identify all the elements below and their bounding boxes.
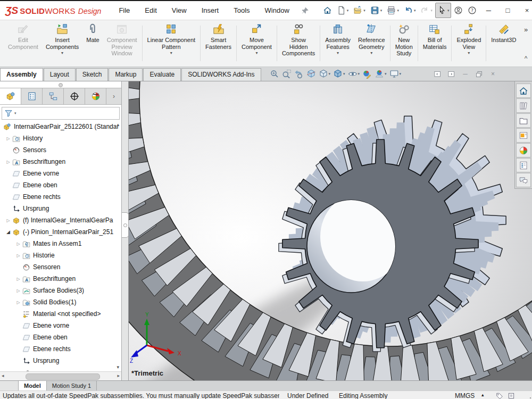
model-3d-view[interactable]: Y X Z *Trimetric xyxy=(129,81,532,380)
dropdown-caret[interactable]: ▾ xyxy=(363,9,365,13)
tree-item[interactable]: ▷Surface Bodies(3) xyxy=(0,285,121,296)
print-button[interactable]: ▾ xyxy=(385,3,401,18)
menu-tools[interactable]: Tools xyxy=(233,5,250,16)
tab-markup[interactable]: Markup xyxy=(109,68,143,81)
tab-layout[interactable]: Layout xyxy=(44,68,76,81)
new-document-button[interactable]: ▾ xyxy=(335,3,351,18)
edit-component-button[interactable]: EditComponent xyxy=(4,20,42,66)
user-account-button[interactable] xyxy=(452,3,465,18)
graphics-viewport[interactable]: Y X Z *Trimetric xyxy=(129,81,532,380)
insert-components-button[interactable]: InsertComponents▾ xyxy=(42,20,82,66)
move-component-button[interactable]: MoveComponent▾ xyxy=(238,20,276,66)
home-button[interactable] xyxy=(321,3,334,18)
mate-button[interactable]: Mate xyxy=(82,20,103,66)
dropdown-caret[interactable]: ▾ xyxy=(414,9,416,13)
close-button[interactable]: × xyxy=(517,3,532,18)
status-note-button[interactable] xyxy=(508,392,515,399)
gear-assembly-render[interactable]: Y X Z *Trimetric xyxy=(129,81,532,380)
restore-doc-button[interactable] xyxy=(474,70,484,79)
tp-custom-properties-button[interactable] xyxy=(516,158,531,172)
tree-item[interactable]: ▷History xyxy=(0,132,121,144)
dropdown-caret[interactable]: ▾ xyxy=(358,72,360,76)
tree-expander[interactable]: ▷ xyxy=(14,288,22,293)
edit-appearance-button[interactable] xyxy=(361,69,373,79)
tp-file-explorer-button[interactable] xyxy=(516,113,531,128)
instant3d-button[interactable]: Instant3D xyxy=(487,20,520,66)
menu-edit[interactable]: Edit xyxy=(144,5,157,16)
apply-scene-button[interactable]: ▾ xyxy=(373,69,388,79)
tab-solidworks-add-ins[interactable]: SOLIDWORKS Add-Ins xyxy=(181,68,261,81)
menu-view[interactable]: View xyxy=(171,5,187,16)
units-selector[interactable]: MMGS xyxy=(455,392,475,399)
previous-view-button[interactable] xyxy=(293,69,305,79)
dropdown-caret[interactable]: ▾ xyxy=(343,72,345,76)
minimize-doc-button[interactable]: ─ xyxy=(460,70,470,79)
tree-item[interactable]: ▷Mates in Assem1 xyxy=(0,238,121,250)
status-tag-button[interactable] xyxy=(496,392,503,399)
new-motion-study-button[interactable]: NewMotionStudy xyxy=(392,20,417,66)
dropdown-caret[interactable]: ▾ xyxy=(400,72,402,76)
ribbon-collapse-button[interactable]: ^ xyxy=(525,55,528,62)
dropdown-caret[interactable]: ▾ xyxy=(329,72,331,76)
show-hidden-components-button[interactable]: ShowHiddenComponents xyxy=(278,20,319,66)
tree-item[interactable]: ▷Solid Bodies(1) xyxy=(0,296,121,308)
menu-window[interactable]: Window xyxy=(264,5,290,16)
tp-home-button[interactable] xyxy=(516,84,531,98)
fm-property-manager-tab[interactable] xyxy=(21,88,43,104)
tree-expander[interactable]: ▷ xyxy=(14,242,22,246)
tree-expander[interactable]: ▷ xyxy=(4,136,12,141)
hscroll-right-arrow[interactable]: ▸ xyxy=(117,373,120,378)
panel-viewport-splitter[interactable] xyxy=(122,81,129,380)
tree-horizontal-scrollbar[interactable]: ◂ ▸ xyxy=(0,371,121,380)
tree-item[interactable]: Sensors xyxy=(0,144,121,156)
filter-caret[interactable]: ▾ xyxy=(14,111,16,115)
tree-item[interactable]: ▷ABeschriftungen xyxy=(0,273,121,285)
tp-forum-button[interactable] xyxy=(516,173,531,187)
tree-item[interactable]: Sensoren xyxy=(0,261,121,273)
resize-grip[interactable] xyxy=(526,395,531,399)
tree-item[interactable]: Ursprung xyxy=(0,203,121,214)
dropdown-caret[interactable]: ▾ xyxy=(447,9,450,13)
pin-menu-button[interactable] xyxy=(301,6,309,15)
assembly-features-button[interactable]: AssemblyFeatures▾ xyxy=(321,20,354,66)
dropdown-caret[interactable]: ▾ xyxy=(385,72,387,76)
fm-tabs-more-button[interactable]: › xyxy=(106,88,121,104)
view-settings-button[interactable]: ▾ xyxy=(388,69,403,79)
fm-display-manager-tab[interactable] xyxy=(85,88,106,104)
redo-button[interactable]: ▾ xyxy=(418,3,435,18)
tab-assembly[interactable]: Assembly xyxy=(0,68,43,81)
tree-item[interactable]: ▷Historie xyxy=(0,250,121,261)
tree-scroll-up[interactable]: ▴ xyxy=(117,122,119,127)
dropdown-caret[interactable]: ▾ xyxy=(430,9,433,13)
tab-model[interactable]: Model xyxy=(19,381,47,390)
save-button[interactable]: ▾ xyxy=(368,3,385,18)
maximize-button[interactable]: □ xyxy=(498,3,517,18)
hide-show-items-button[interactable]: ▾ xyxy=(347,69,361,79)
tree-item[interactable]: ▷ABeschriftungen xyxy=(0,156,121,168)
tree-item[interactable]: Ebene vorne xyxy=(0,320,121,331)
menu-insert[interactable]: Insert xyxy=(201,5,220,16)
menu-file[interactable]: File xyxy=(118,5,130,16)
fm-dimxpert-manager-tab[interactable] xyxy=(64,88,85,104)
flyout-collapse-tab[interactable] xyxy=(121,212,129,238)
tree-expander[interactable]: ▷ xyxy=(4,218,12,223)
smart-fasteners-button[interactable]: SmartFasteners xyxy=(202,20,235,66)
tree-expander[interactable]: ▷ xyxy=(14,277,22,281)
select-cursor-button[interactable]: ▾ xyxy=(435,3,452,18)
zoom-to-fit-button[interactable] xyxy=(269,69,280,79)
tab-sketch[interactable]: Sketch xyxy=(76,68,109,81)
tree-item[interactable]: Ebene rechts xyxy=(0,191,121,203)
units-caret[interactable]: ▴ xyxy=(481,392,484,397)
tree-item[interactable]: Ebene rechts xyxy=(0,343,121,355)
fm-configuration-manager-tab[interactable] xyxy=(43,88,64,104)
pane-right-button[interactable] xyxy=(446,70,456,79)
tree-item[interactable]: Ebene vorne xyxy=(0,168,121,179)
fm-design-tree-tab[interactable] xyxy=(0,88,21,104)
tree-item[interactable]: ▷(f) InternalGear_InternalGearPa xyxy=(0,214,121,226)
tree-filter[interactable]: ▾ xyxy=(2,107,120,120)
help-button[interactable]: ? xyxy=(466,3,479,18)
tp-design-library-button[interactable] xyxy=(516,98,531,113)
tree-expander[interactable]: ▷ xyxy=(14,300,22,305)
section-view-button[interactable] xyxy=(305,69,317,79)
hscroll-thumb[interactable] xyxy=(26,373,100,380)
